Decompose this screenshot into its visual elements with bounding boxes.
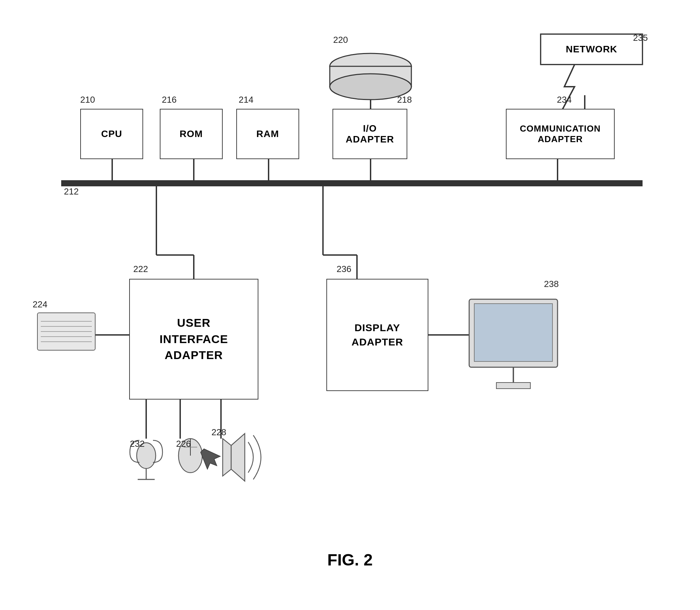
- ui-ref: 222: [133, 264, 148, 274]
- network-ref: 235: [633, 33, 648, 43]
- io-adapter-box: I/OADAPTER: [332, 109, 407, 159]
- ram-box: RAM: [236, 109, 299, 159]
- bus-bar: [61, 180, 642, 186]
- comm-adapter-label: COMMUNICATIONADAPTER: [520, 124, 601, 145]
- rom-ref: 216: [162, 95, 176, 105]
- mic-ref: 232: [130, 439, 145, 449]
- network-label: NETWORK: [566, 44, 617, 55]
- cpu-label: CPU: [101, 129, 122, 140]
- io-adapter-label: I/OADAPTER: [346, 123, 394, 145]
- io-ref: 218: [397, 95, 412, 105]
- comm-adapter-box: COMMUNICATIONADAPTER: [506, 109, 615, 159]
- svg-marker-36: [231, 434, 245, 481]
- rom-box: ROM: [160, 109, 223, 159]
- svg-rect-37: [469, 299, 557, 367]
- storage-ref: 220: [333, 35, 348, 45]
- cpu-box: CPU: [80, 109, 143, 159]
- ram-label: RAM: [256, 129, 279, 140]
- diagram: CPU 210 ROM 216 RAM 214 I/OADAPTER 218 C…: [0, 0, 700, 610]
- svg-rect-19: [330, 66, 411, 87]
- svg-marker-35: [223, 439, 231, 476]
- bus-ref: 212: [64, 186, 79, 197]
- display-adapter-label: DISPLAYADAPTER: [352, 321, 403, 349]
- ui-adapter-box: USERINTERFACEADAPTER: [129, 279, 258, 400]
- ui-adapter-label: USERINTERFACEADAPTER: [160, 315, 228, 364]
- monitor-ref: 238: [544, 279, 558, 289]
- svg-point-18: [330, 53, 411, 79]
- mouse-ref: 226: [176, 439, 191, 449]
- keyboard-ref: 224: [33, 299, 47, 310]
- svg-rect-40: [496, 383, 530, 389]
- figure-caption: FIG. 2: [0, 550, 700, 569]
- speaker-ref: 228: [211, 427, 226, 438]
- rom-label: ROM: [179, 129, 202, 140]
- svg-rect-38: [474, 304, 552, 362]
- display-ref: 236: [337, 264, 351, 274]
- comm-ref: 234: [557, 95, 571, 105]
- svg-rect-22: [37, 313, 95, 350]
- display-adapter-box: DISPLAYADAPTER: [326, 279, 428, 391]
- ram-ref: 214: [239, 95, 253, 105]
- cpu-ref: 210: [80, 95, 95, 105]
- network-box: NETWORK: [540, 34, 642, 65]
- svg-marker-31: [200, 449, 220, 469]
